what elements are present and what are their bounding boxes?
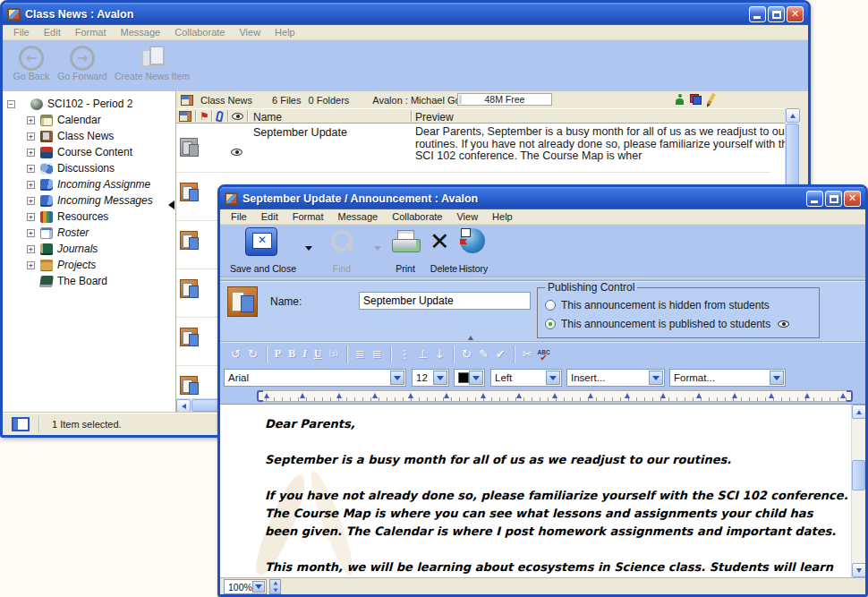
expand-box[interactable]: +: [27, 149, 35, 157]
history-icon[interactable]: [460, 228, 485, 253]
history-button[interactable]: History: [453, 263, 494, 274]
font-size-select[interactable]: 12: [412, 369, 449, 387]
right-margin-bracket[interactable]: [847, 390, 853, 402]
tree-root[interactable]: − SCI102 - Period 2: [3, 96, 175, 112]
menu-help[interactable]: Help: [268, 27, 302, 38]
tree-item-course-content[interactable]: + Course Content: [3, 144, 175, 160]
menu-message[interactable]: Message: [114, 27, 168, 38]
zoom-stepper[interactable]: [269, 579, 281, 594]
item-name[interactable]: September Update: [253, 126, 347, 139]
go-forward-button[interactable]: → Go Forward: [55, 46, 110, 81]
expand-box[interactable]: +: [27, 213, 35, 221]
scroll-left-button[interactable]: [176, 399, 191, 413]
scroll-up-button[interactable]: [852, 405, 865, 419]
news-item-icon[interactable]: [180, 279, 198, 298]
alignment-select[interactable]: Left: [490, 369, 562, 387]
scroll-up-button[interactable]: [786, 108, 800, 123]
menu-file[interactable]: File: [224, 211, 254, 222]
menu-message[interactable]: Message: [331, 211, 386, 222]
font-color-select[interactable]: [454, 369, 485, 387]
list-row-selected[interactable]: September Update Dear Parents, September…: [176, 124, 785, 172]
expand-box[interactable]: +: [27, 116, 35, 124]
save-and-close-icon[interactable]: [245, 227, 277, 256]
flag-column-icon[interactable]: ⚑: [200, 110, 209, 123]
splitter-handle[interactable]: [468, 336, 473, 340]
format-select[interactable]: Format...: [669, 369, 786, 387]
announcement-header: Name: Publishing Control This announceme…: [220, 280, 865, 341]
spell-check-icon[interactable]: ABC ✔: [536, 348, 552, 361]
create-news-item-button[interactable]: Create News Item: [110, 46, 194, 81]
name-input[interactable]: [359, 292, 531, 310]
insert-select[interactable]: Insert...: [566, 369, 665, 387]
left-margin-bracket[interactable]: [257, 390, 263, 402]
message-body[interactable]: Dear Parents, September is a busy month …: [220, 404, 865, 577]
go-back-button[interactable]: ← Go Back: [8, 46, 55, 81]
expand-box[interactable]: +: [27, 261, 35, 269]
inner-titlebar[interactable]: September Update / Announcement : Avalon…: [220, 187, 865, 209]
view-mode-icon[interactable]: [12, 417, 30, 431]
find-icon: [329, 230, 353, 253]
item-preview[interactable]: Dear Parents, September is a busy month …: [415, 126, 785, 171]
tree-item-projects[interactable]: + Projects: [3, 257, 175, 273]
menu-collaborate[interactable]: Collaborate: [167, 27, 232, 38]
menu-format[interactable]: Format: [285, 211, 331, 222]
expand-box[interactable]: +: [27, 181, 35, 189]
expand-box[interactable]: +: [27, 245, 35, 253]
scroll-down-button[interactable]: [852, 563, 865, 577]
item-type-column-icon[interactable]: [179, 111, 191, 122]
print-button[interactable]: Print: [387, 263, 424, 274]
tree-item-discussions[interactable]: + Discussions: [3, 160, 175, 176]
radio-unselected-icon[interactable]: [545, 300, 556, 311]
scrollbar-thumb[interactable]: [852, 460, 865, 490]
tree-item-journals[interactable]: + Journals: [3, 241, 175, 257]
news-item-icon[interactable]: [180, 231, 198, 250]
radio-published-option[interactable]: This announcement is published to studen…: [545, 314, 812, 333]
tree-item-the-board[interactable]: The Board: [3, 273, 175, 289]
font-family-select[interactable]: Arial: [224, 369, 406, 387]
menu-help[interactable]: Help: [485, 211, 520, 222]
tree-item-roster[interactable]: + Roster: [3, 225, 175, 241]
maximize-button[interactable]: [825, 191, 842, 207]
menu-view[interactable]: View: [449, 211, 485, 222]
news-item-icon[interactable]: [180, 376, 198, 395]
menu-format[interactable]: Format: [68, 27, 114, 38]
tree-item-incoming-assignments[interactable]: + Incoming Assignme: [3, 176, 175, 192]
panel-collapse-arrow[interactable]: [168, 200, 174, 209]
menu-edit[interactable]: Edit: [254, 211, 285, 222]
print-icon[interactable]: [392, 230, 419, 254]
preview-column-header[interactable]: Preview: [415, 111, 454, 124]
expand-box[interactable]: +: [27, 132, 35, 141]
tree-item-incoming-messages[interactable]: + Incoming Messages: [3, 192, 175, 209]
menu-collaborate[interactable]: Collaborate: [385, 211, 449, 222]
announcement-icon: [227, 286, 258, 317]
close-button[interactable]: ✕: [787, 6, 804, 22]
save-and-close-button[interactable]: Save and Close: [222, 263, 304, 274]
save-dropdown-caret[interactable]: [305, 246, 312, 251]
radio-hidden-option[interactable]: This announcement is hidden from student…: [545, 295, 812, 314]
name-column-header[interactable]: Name: [253, 111, 282, 124]
tree-item-resources[interactable]: + Resources: [3, 209, 175, 225]
menu-file[interactable]: File: [6, 27, 37, 38]
zoom-select[interactable]: 100%: [224, 579, 267, 594]
minimize-button[interactable]: [749, 6, 766, 22]
minimize-button[interactable]: [806, 191, 823, 207]
tree-item-class-news[interactable]: + Class News: [3, 128, 175, 144]
menu-edit[interactable]: Edit: [37, 27, 68, 38]
news-item-icon[interactable]: [180, 183, 198, 201]
close-button[interactable]: ✕: [844, 191, 861, 207]
attachment-column-icon[interactable]: [216, 110, 224, 122]
outer-titlebar[interactable]: Class News : Avalon ✕: [3, 3, 808, 25]
ruler[interactable]: [258, 390, 852, 402]
news-item-icon[interactable]: [180, 328, 198, 346]
tree-item-calendar[interactable]: + Calendar: [3, 112, 175, 128]
collapse-box[interactable]: −: [7, 100, 15, 108]
body-vertical-scrollbar[interactable]: [851, 405, 865, 577]
visibility-column-icon[interactable]: [232, 113, 243, 120]
delete-icon[interactable]: ✕: [430, 226, 450, 257]
radio-selected-icon[interactable]: [545, 319, 556, 329]
expand-box[interactable]: +: [27, 229, 35, 237]
menu-view[interactable]: View: [232, 27, 268, 38]
expand-box[interactable]: +: [27, 197, 35, 205]
expand-box[interactable]: +: [27, 165, 35, 173]
maximize-button[interactable]: [768, 6, 785, 22]
